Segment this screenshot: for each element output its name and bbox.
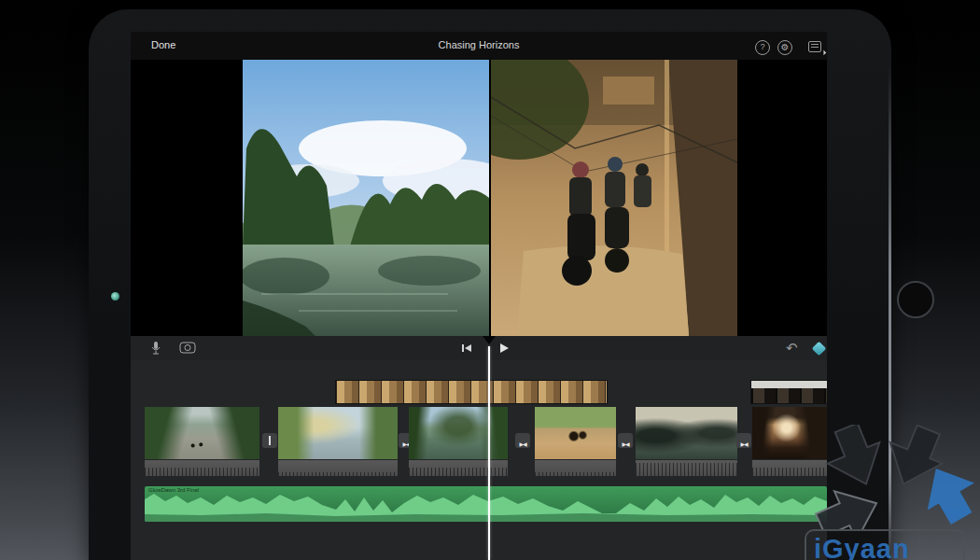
clip-thumbnail [278,407,398,459]
front-camera [111,292,119,301]
imovie-screen: Done Chasing Horizons ? ⚙ [131,32,827,560]
ipad-device: Done Chasing Horizons ? ⚙ [89,9,891,560]
skip-to-start-icon[interactable] [459,341,476,356]
clip-thumbnail [535,407,616,459]
video-preview-left [243,60,489,336]
filter-diamond-icon[interactable] [812,342,827,357]
keynote-slide-background: Done Chasing Horizons ? ⚙ [0,0,980,560]
watermark-logo-icon [801,425,980,529]
clip-audio-strip [145,460,259,476]
transition-dissolve-button[interactable]: ▶◀ [515,433,530,448]
overlay-filmstrip-sunset[interactable] [751,381,827,403]
timeline-toolbar: ↶ [131,336,827,360]
clip-dirt-road-bikers[interactable] [535,407,616,476]
background-music-track[interactable]: GlowDawn 3rd Final [145,486,827,522]
undo-icon[interactable]: ↶ [786,341,803,356]
clip-thumbnail [409,407,508,459]
project-title: Chasing Horizons [131,39,827,50]
clip-audio-strip [278,460,398,476]
playhead-line [488,346,490,560]
clip-river-reflection[interactable] [409,407,508,476]
transition-none-button[interactable] [262,433,277,448]
transition-dissolve-button[interactable]: ▶◀ [736,433,751,448]
clip-thumbnail [145,407,259,459]
clip-audio-strip [409,460,508,476]
clip-cliff-valley[interactable] [278,407,398,476]
viewer [131,60,827,336]
media-browser-icon[interactable] [808,41,821,52]
timeline[interactable]: ▶◀ ▶◀ ▶◀ ▶◀ [131,360,827,560]
clip-road-walkers[interactable] [145,407,259,476]
playhead-marker-icon [483,336,496,344]
home-button[interactable] [897,281,934,318]
karst-river-scene [243,60,489,336]
settings-gear-icon[interactable]: ⚙ [777,40,792,55]
watermark-text: iGyaan [814,534,910,560]
overlay-filmstrip-motorcycle[interactable] [336,381,607,403]
video-preview-right [491,60,737,336]
clip-thumbnail [636,407,737,459]
motorcycle-alley-scene [491,60,737,336]
music-waveform [145,486,827,522]
play-icon[interactable] [497,341,513,356]
microphone-icon[interactable] [149,341,166,356]
camera-icon[interactable] [179,341,196,356]
help-icon[interactable]: ? [755,40,770,55]
transition-dissolve-button[interactable]: ▶◀ [618,433,633,448]
watermark: iGyaan [801,425,980,560]
clip-audio-strip [535,460,616,476]
title-bar: Done Chasing Horizons ? ⚙ [131,32,827,60]
clip-dusk-karst[interactable] [636,407,737,476]
clip-audio-strip [636,460,737,476]
music-track-label: GlowDawn 3rd Final [148,487,199,493]
